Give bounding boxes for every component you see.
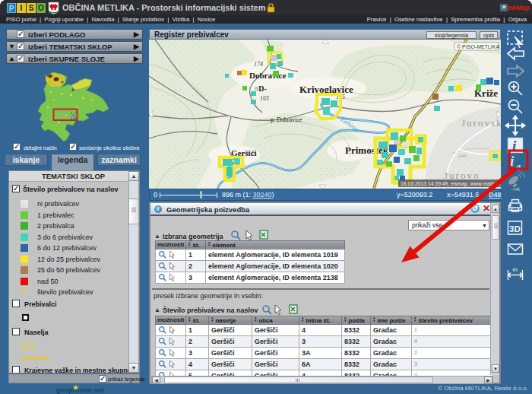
svg-text:3D: 3D	[509, 224, 521, 234]
svg-text:m: m	[513, 266, 518, 273]
svg-text:Jurovsk: Jurovsk	[461, 117, 501, 129]
svg-text:18.03.2013 14:39:49, ewmap, ww: 18.03.2013 14:39:49, ewmap, www.realis.s…	[401, 181, 501, 187]
svg-text:i: i	[512, 138, 517, 154]
svg-text:g: g	[516, 162, 521, 170]
svg-text:165: 165	[260, 95, 269, 102]
svg-text:143: 143	[458, 153, 467, 159]
svg-text:Jurovo: Jurovo	[444, 170, 480, 181]
svg-text:© PISO-METLIKA: © PISO-METLIKA	[457, 44, 499, 49]
svg-text:Lahinja: Lahinja	[339, 115, 360, 133]
svg-text:i: i	[510, 153, 515, 169]
svg-text:174: 174	[254, 61, 263, 68]
svg-text:p. Dobravice: p. Dobravice	[271, 116, 302, 123]
svg-text:Dobravice: Dobravice	[249, 71, 286, 80]
